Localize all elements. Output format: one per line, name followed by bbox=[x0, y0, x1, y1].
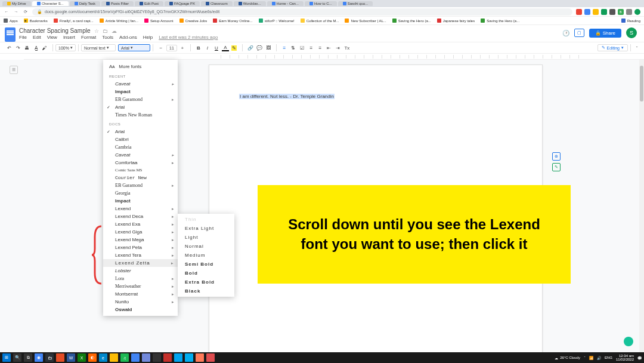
font-item-lexend[interactable]: Lexend bbox=[103, 205, 178, 213]
tab[interactable]: How to C... bbox=[305, 1, 337, 6]
editing-mode[interactable]: ✎Editing▾ bbox=[597, 44, 628, 51]
weight-item[interactable]: Black bbox=[178, 287, 234, 296]
cloud-icon[interactable]: ☁ bbox=[112, 28, 117, 34]
bullet-list-icon[interactable]: ≡ bbox=[308, 44, 315, 51]
tab[interactable]: Posts Filter bbox=[101, 1, 134, 6]
font-item-lexend-zetta[interactable]: Lexend Zetta bbox=[103, 259, 178, 267]
tab[interactable]: Home - Can... bbox=[267, 1, 304, 6]
checklist-icon[interactable]: ☑ bbox=[299, 44, 306, 51]
ext-icon[interactable] bbox=[576, 9, 582, 15]
app-icon[interactable] bbox=[56, 353, 64, 362]
indent-more-icon[interactable]: ⇥ bbox=[335, 44, 342, 51]
app-icon[interactable] bbox=[196, 353, 204, 362]
bookmark[interactable]: New Subscriber | AL... bbox=[345, 19, 386, 23]
clear-format-icon[interactable]: Tx bbox=[343, 44, 351, 51]
menu-file[interactable]: File bbox=[19, 35, 27, 40]
bookmark[interactable]: Japanese fairy tales bbox=[437, 19, 475, 23]
profile-icon[interactable] bbox=[634, 9, 640, 15]
tab[interactable]: FAQpage PX bbox=[165, 1, 200, 6]
explorer-icon[interactable]: 🗀 bbox=[45, 353, 54, 362]
app-icon[interactable] bbox=[153, 353, 161, 362]
weight-item[interactable]: Normal bbox=[178, 242, 234, 251]
menu-help[interactable]: Help bbox=[143, 35, 153, 40]
word-icon[interactable]: W bbox=[67, 353, 75, 362]
app-icon[interactable] bbox=[174, 353, 182, 362]
font-item-lexend-giga[interactable]: Lexend Giga bbox=[103, 228, 178, 236]
history-icon[interactable]: 🕑 bbox=[562, 30, 569, 36]
start-icon[interactable]: ⊞ bbox=[2, 353, 11, 362]
decrease-icon[interactable]: − bbox=[157, 44, 165, 51]
weight-item[interactable]: Thin bbox=[178, 215, 234, 224]
style-select[interactable]: Normal text▾ bbox=[81, 44, 116, 51]
firefox-icon[interactable]: ◐ bbox=[88, 353, 97, 362]
tab-active[interactable]: Character S... bbox=[32, 1, 69, 6]
font-item[interactable]: Arial bbox=[103, 128, 178, 136]
text-color-icon[interactable]: A bbox=[222, 44, 229, 51]
ext-icon[interactable] bbox=[593, 9, 599, 15]
share-button[interactable]: 🔒Share bbox=[589, 29, 621, 38]
clock[interactable]: 12:34 am 11/02/2022 bbox=[616, 354, 634, 361]
forward-icon[interactable]: → bbox=[13, 9, 19, 15]
bookmark[interactable]: Setup Account bbox=[144, 19, 174, 23]
tab[interactable]: Classroom bbox=[201, 1, 233, 6]
tab[interactable]: My Drive bbox=[2, 1, 31, 6]
app-icon[interactable] bbox=[163, 353, 172, 362]
font-item[interactable]: EB Garamond bbox=[103, 96, 178, 103]
bookmark[interactable]: Collection of the M... bbox=[301, 19, 339, 23]
indent-less-icon[interactable]: ⇤ bbox=[326, 44, 333, 51]
bookmark[interactable]: Earn Money Online... bbox=[213, 19, 252, 23]
grammarly-icon[interactable] bbox=[624, 337, 633, 346]
ext-icon[interactable]: B bbox=[618, 9, 624, 15]
font-item[interactable]: Nunito bbox=[103, 298, 178, 306]
spellcheck-icon[interactable]: A̲ bbox=[32, 44, 39, 51]
paint-format-icon[interactable]: 🖌 bbox=[41, 44, 48, 51]
search-icon[interactable]: 🔍 bbox=[13, 353, 21, 362]
tab[interactable]: Saschi quo... bbox=[338, 1, 373, 6]
print-icon[interactable]: 🖶 bbox=[23, 44, 30, 51]
doc-title[interactable]: Character Spacing Sample bbox=[19, 27, 91, 34]
vertical-scrollbar[interactable] bbox=[639, 60, 644, 352]
font-select[interactable]: Arial▾ bbox=[118, 44, 150, 51]
excel-icon[interactable]: X bbox=[78, 353, 86, 362]
docs-logo-icon[interactable] bbox=[5, 27, 16, 42]
tray-chevron-icon[interactable]: ˄ bbox=[584, 356, 586, 360]
font-item[interactable]: Impact bbox=[103, 88, 178, 96]
menu-view[interactable]: View bbox=[47, 35, 57, 40]
menu-edit[interactable]: Edit bbox=[33, 35, 41, 40]
menu-icon[interactable] bbox=[626, 9, 632, 15]
wifi-icon[interactable]: 📶 bbox=[589, 356, 593, 360]
image-icon[interactable]: 🖼 bbox=[265, 44, 272, 51]
collapse-icon[interactable]: ˇ bbox=[633, 44, 640, 51]
last-edit[interactable]: Last edit was 2 minutes ago bbox=[159, 35, 218, 40]
app-icon[interactable] bbox=[110, 353, 118, 362]
suggest-icon[interactable]: ✎ bbox=[552, 163, 561, 171]
bookmark[interactable]: Article Writing | fan... bbox=[100, 19, 138, 23]
app-icon[interactable] bbox=[131, 353, 140, 362]
discord-icon[interactable] bbox=[142, 353, 150, 362]
bookmark[interactable]: Finally!, a card capt... bbox=[54, 19, 94, 23]
font-item-lexend-mega[interactable]: Lexend Mega bbox=[103, 236, 178, 244]
comment-add-icon[interactable]: ⊕ bbox=[552, 152, 561, 161]
document-text[interactable]: I am different. Not less. - Dr. Temple G… bbox=[239, 94, 335, 99]
weight-item[interactable]: Extra Bold bbox=[178, 278, 234, 287]
font-item[interactable]: Times New Roman bbox=[103, 111, 178, 119]
weight-item[interactable]: Bold bbox=[178, 269, 234, 278]
font-item[interactable]: Cambria bbox=[103, 143, 178, 151]
link-icon[interactable]: 🔗 bbox=[247, 44, 254, 51]
ext-icon[interactable] bbox=[584, 9, 590, 15]
app-icon[interactable] bbox=[206, 353, 215, 362]
increase-icon[interactable]: + bbox=[179, 44, 186, 51]
bookmark[interactable]: Creative Jobs bbox=[179, 19, 208, 23]
underline-icon[interactable]: U bbox=[213, 44, 220, 51]
font-item-lexend-exa[interactable]: Lexend Exa bbox=[103, 220, 178, 228]
bookmark[interactable]: Reading bbox=[621, 19, 640, 23]
tab[interactable]: Edit Post bbox=[135, 1, 163, 6]
font-item[interactable]: Georgia bbox=[103, 189, 178, 197]
menu-tools[interactable]: Tools bbox=[102, 35, 113, 40]
bookmark[interactable]: ★Bookmarks bbox=[24, 19, 48, 23]
url-field[interactable]: 🔒 docs.google.com/document/d/15mxVpFfGi-… bbox=[32, 8, 572, 16]
menu-format[interactable]: Format bbox=[81, 35, 96, 40]
language-indicator[interactable]: ENG bbox=[605, 356, 612, 359]
weather-widget[interactable]: ☁26°C Cloudy bbox=[555, 356, 580, 360]
font-item[interactable]: Impact bbox=[103, 197, 178, 205]
